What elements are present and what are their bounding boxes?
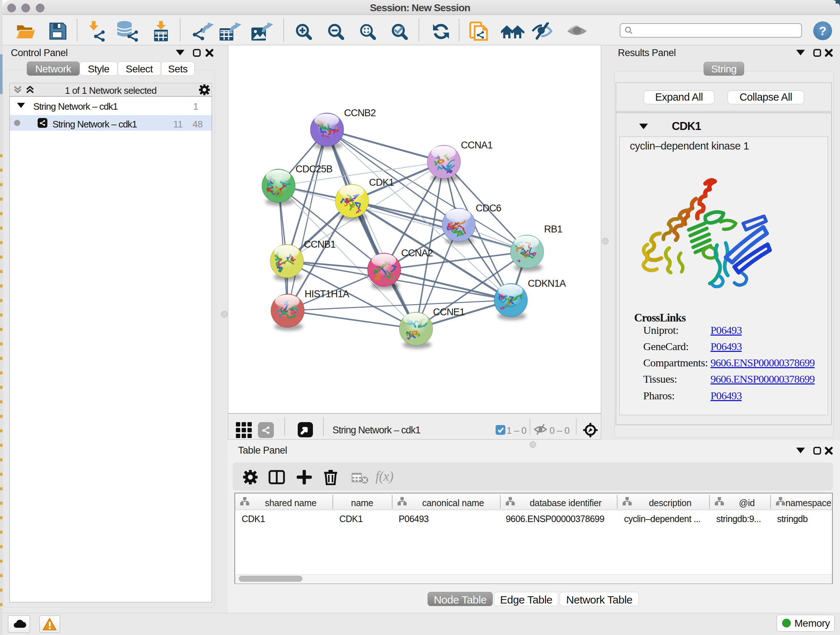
- svg-text:CDKN1A: CDKN1A: [528, 278, 566, 289]
- svg-text:CDC25B: CDC25B: [295, 164, 332, 174]
- svg-text:HIST1H1A: HIST1H1A: [305, 288, 349, 299]
- svg-text:CCNB2: CCNB2: [344, 108, 376, 119]
- svg-text:CCNA2: CCNA2: [401, 248, 433, 258]
- svg-text:CCNA1: CCNA1: [461, 140, 493, 150]
- svg-text:RB1: RB1: [544, 224, 562, 234]
- svg-text:CCNE1: CCNE1: [433, 307, 465, 318]
- svg-text:CDC6: CDC6: [476, 203, 501, 214]
- svg-text:CCNB1: CCNB1: [304, 239, 336, 250]
- svg-text:CDK1: CDK1: [369, 177, 394, 188]
